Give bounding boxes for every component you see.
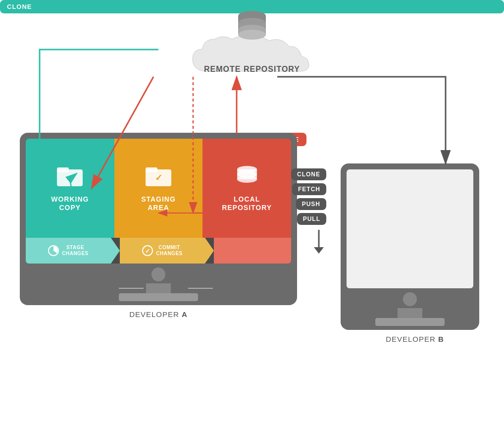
- pull-down-arrow: [311, 230, 326, 257]
- monitor-b-stand: [375, 318, 445, 326]
- push-b-button[interactable]: PUSH: [296, 198, 326, 210]
- staging-area-section: ✓ STAGING AREA: [114, 139, 203, 238]
- svg-text:✓: ✓: [145, 248, 150, 255]
- local-db-icon: [235, 164, 259, 188]
- database-icon: [235, 10, 269, 42]
- stage-changes-section: STAGECHANGES: [26, 238, 111, 264]
- folder-icon: [57, 164, 83, 188]
- clone-b-button[interactable]: CLONE: [291, 168, 326, 180]
- staging-folder-icon: ✓: [146, 164, 171, 188]
- developer-b-label: DEVELOPER B: [341, 335, 489, 343]
- remote-repository-area: REMOTE REPOSITORY: [178, 10, 326, 81]
- working-copy-label: WORKING COPY: [51, 195, 89, 212]
- local-bottom-section: [214, 238, 291, 264]
- stage-icon: [48, 245, 59, 256]
- monitor-b-button: [403, 292, 417, 306]
- svg-marker-32: [314, 247, 324, 254]
- svg-rect-19: [57, 167, 69, 172]
- developer-b-buttons: CLONE FETCH PUSH PULL: [291, 168, 326, 257]
- staging-area-label: STAGING AREA: [141, 195, 176, 212]
- commit-icon: ✓: [142, 245, 153, 256]
- working-copy-section: WORKING COPY: [26, 139, 114, 238]
- diagram-container: REMOTE REPOSITORY PULL FETCH PUSH CLONE …: [0, 0, 504, 425]
- monitor-neck: [146, 283, 171, 293]
- monitor-a-base: [26, 264, 291, 301]
- pull-b-button[interactable]: PULL: [297, 213, 326, 225]
- svg-rect-21: [146, 167, 157, 172]
- monitor-b-content: [347, 169, 473, 288]
- monitor-b-neck: [398, 308, 422, 318]
- monitor-button: [151, 267, 165, 281]
- monitor-b-frame: [341, 163, 479, 330]
- svg-point-17: [238, 30, 266, 40]
- monitor-b: CLONE FETCH PUSH PULL: [341, 163, 489, 343]
- monitor-stand: [119, 293, 198, 301]
- commit-changes-label: COMMITCHANGES: [156, 245, 183, 257]
- local-repo-section: LOCAL REPOSITORY: [202, 139, 291, 238]
- svg-text:✓: ✓: [155, 173, 162, 183]
- monitor-b-base: [347, 288, 473, 326]
- remote-repo-label: REMOTE REPOSITORY: [204, 65, 300, 74]
- stage-changes-label: STAGECHANGES: [62, 245, 89, 257]
- monitor-b-screen: [347, 169, 473, 288]
- developer-a-label: DEVELOPER A: [20, 310, 297, 319]
- fetch-b-button[interactable]: FETCH: [292, 183, 326, 195]
- local-repo-label: LOCAL REPOSITORY: [222, 195, 272, 212]
- monitor-a: WORKING COPY ✓: [20, 133, 297, 319]
- monitor-a-screen: WORKING COPY ✓: [26, 139, 291, 264]
- monitor-a-frame: WORKING COPY ✓: [20, 133, 297, 305]
- commit-changes-section: ✓ COMMITCHANGES: [120, 238, 205, 264]
- svg-point-27: [237, 176, 257, 183]
